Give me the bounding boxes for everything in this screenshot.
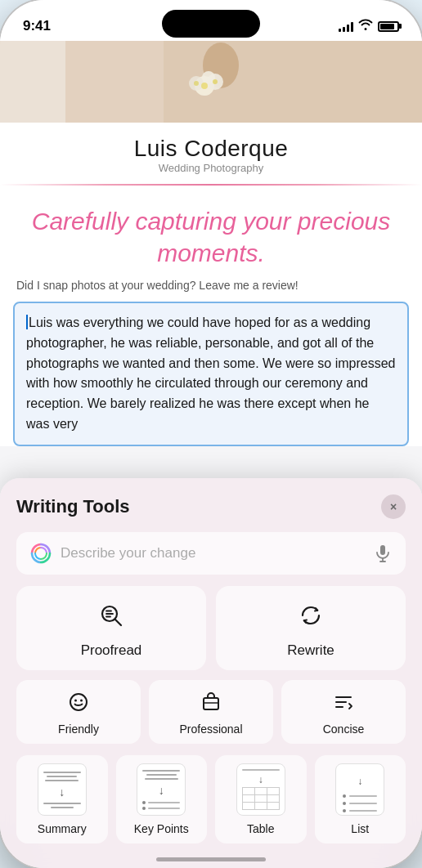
key-points-button[interactable]: ↓ Key Points — [116, 755, 208, 843]
svg-point-20 — [74, 700, 77, 702]
site-name: Luis Coderque — [16, 136, 406, 162]
svg-rect-2 — [0, 41, 65, 123]
text-cursor — [26, 315, 28, 329]
professional-icon — [200, 691, 222, 718]
review-text: Luis was everything we could have hoped … — [26, 315, 396, 431]
site-header: Luis Coderque Wedding Photography — [0, 123, 422, 177]
status-time: 9:41 — [23, 18, 51, 34]
concise-icon — [333, 691, 354, 718]
format-tools-row: ↓ Summary ↓ — [16, 755, 406, 843]
website-content: Luis Coderque Wedding Photography Carefu… — [0, 41, 422, 446]
svg-rect-22 — [204, 698, 218, 709]
rewrite-label: Rewrite — [287, 642, 334, 659]
list-button[interactable]: ↓ List — [315, 755, 406, 843]
dynamic-island — [162, 10, 260, 38]
wedding-hero-image — [0, 41, 422, 123]
list-label: List — [351, 822, 369, 835]
apple-intelligence-icon — [29, 542, 52, 565]
professional-label: Professional — [179, 723, 242, 736]
main-tools-row: Proofread Rewrite — [16, 586, 406, 670]
svg-line-15 — [115, 620, 122, 626]
phone-frame: 9:41 — [0, 0, 422, 868]
writing-tools-header: Writing Tools × — [16, 494, 406, 519]
friendly-label: Friendly — [58, 723, 99, 736]
status-icons — [339, 19, 399, 34]
summary-icon: ↓ — [38, 763, 87, 816]
battery-icon — [378, 21, 399, 32]
table-button[interactable]: ↓ Table — [215, 755, 307, 843]
site-headline: Carefully capturing your precious moment… — [0, 192, 422, 279]
table-icon: ↓ — [236, 763, 285, 816]
describe-input-container[interactable]: Describe your change — [16, 532, 406, 575]
site-divider — [0, 184, 422, 186]
svg-rect-11 — [380, 545, 385, 555]
microphone-icon — [373, 544, 393, 563]
wifi-icon — [358, 19, 373, 34]
tone-tools-row: Friendly Professional — [16, 680, 406, 744]
review-prompt: Did I snap photos at your wedding? Leave… — [0, 279, 422, 302]
writing-tools-panel: Writing Tools × Describe your change — [0, 478, 422, 868]
table-label: Table — [247, 822, 274, 835]
review-textarea[interactable]: Luis was everything we could have hoped … — [13, 302, 409, 446]
site-subtitle: Wedding Photography — [16, 162, 406, 174]
svg-point-21 — [80, 700, 83, 702]
svg-point-19 — [70, 694, 87, 710]
close-button[interactable]: × — [381, 494, 406, 519]
concise-button[interactable]: Concise — [281, 680, 406, 744]
writing-tools-title: Writing Tools — [16, 496, 130, 517]
svg-point-10 — [194, 81, 199, 86]
rewrite-button[interactable]: Rewrite — [216, 586, 406, 670]
list-icon: ↓ — [335, 763, 384, 816]
concise-label: Concise — [323, 723, 365, 736]
svg-point-9 — [213, 79, 218, 84]
friendly-icon — [68, 691, 89, 718]
key-points-label: Key Points — [134, 822, 189, 835]
proofread-button[interactable]: Proofread — [16, 586, 206, 670]
proofread-label: Proofread — [81, 642, 142, 659]
home-indicator — [156, 857, 266, 861]
rewrite-icon — [298, 602, 324, 634]
summary-label: Summary — [38, 822, 87, 835]
svg-point-8 — [201, 83, 208, 89]
summary-button[interactable]: ↓ Summary — [16, 755, 108, 843]
signal-icon — [339, 20, 353, 32]
key-points-icon: ↓ — [137, 763, 186, 816]
friendly-button[interactable]: Friendly — [16, 680, 141, 744]
proofread-icon — [98, 602, 124, 634]
describe-placeholder: Describe your change — [61, 545, 365, 562]
professional-button[interactable]: Professional — [149, 680, 273, 744]
